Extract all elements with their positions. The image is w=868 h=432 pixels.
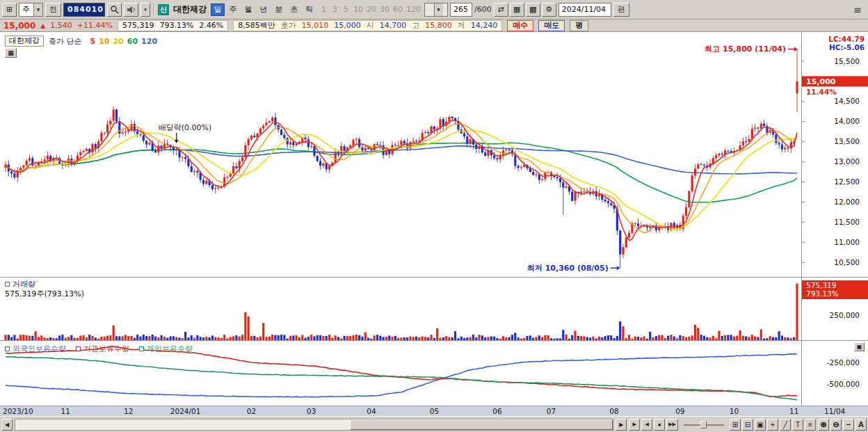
stock-chart[interactable]: 15,50015,00014,50014,00013,50013,00012,5… <box>0 32 868 406</box>
step-back-button[interactable]: ◀ <box>641 419 652 431</box>
interval-button-5[interactable]: 30 <box>378 3 391 16</box>
svg-text:최저 10,360 (08/05): 최저 10,360 (08/05) <box>527 264 609 273</box>
collapse-icon[interactable]: − <box>843 419 854 431</box>
timeframe-button-3[interactable]: 년 <box>257 3 271 16</box>
trendline-icon[interactable]: ╱ <box>780 419 791 431</box>
open-price: 14,700 <box>380 21 407 30</box>
scrollbar-thumb[interactable] <box>350 419 613 430</box>
xaxis-label: 04 <box>367 407 376 415</box>
interval-button-4[interactable]: 20 <box>365 3 378 16</box>
zoom-in-icon[interactable]: ⊕ <box>818 419 829 431</box>
xaxis-label: 03 <box>307 407 316 415</box>
text-tool-icon[interactable]: T <box>792 419 803 431</box>
menu-icon[interactable]: ≡ <box>849 4 866 15</box>
change-percent: +11.44% <box>77 21 113 30</box>
svg-text:-250,000: -250,000 <box>827 358 860 367</box>
svg-text:최고 15,800 (11/04): 최고 15,800 (11/04) <box>705 45 786 54</box>
chevron-down-icon[interactable]: ▼ <box>434 3 443 16</box>
last-price: 15,000 <box>3 21 35 31</box>
stock-code-input[interactable]: 084010 <box>63 3 105 17</box>
bar-count-input[interactable]: 265 <box>450 3 472 17</box>
chart-grid-button[interactable]: ▦ <box>5 48 17 58</box>
up-arrow-icon: ▲ <box>40 22 45 29</box>
interval-button-7[interactable]: 120 <box>405 3 422 16</box>
svg-text:15,000: 15,000 <box>806 77 836 86</box>
svg-text:13,000: 13,000 <box>834 157 860 166</box>
period-combo[interactable]: 주 ▼ <box>19 3 43 17</box>
volume-value: 575,319 <box>122 21 154 30</box>
pyeon-button[interactable]: 편 <box>613 3 629 17</box>
svg-text:11,500: 11,500 <box>834 218 860 226</box>
interval-button-0[interactable]: 1 <box>319 3 329 16</box>
zoom-out-icon[interactable]: ⊖ <box>830 419 842 431</box>
auto-scale-button[interactable]: A <box>855 419 867 431</box>
interval-button-3[interactable]: 10 <box>352 3 364 16</box>
search-icon[interactable] <box>107 3 122 17</box>
chart-scrollbar[interactable] <box>15 419 613 431</box>
timeframe-button-4[interactable]: 분 <box>272 3 286 16</box>
svg-text:14,000: 14,000 <box>834 117 860 125</box>
xaxis-label: 2023/10 <box>3 407 33 415</box>
play-button[interactable]: ▶ <box>629 419 640 431</box>
timeframe-button-2[interactable]: 월 <box>241 3 255 16</box>
slider-thumb[interactable] <box>700 421 707 429</box>
buy-button[interactable]: 매수 <box>507 20 533 31</box>
settings-icon[interactable]: ⚙ <box>542 3 556 17</box>
svg-text:575,319: 575,319 <box>806 281 836 289</box>
high-price: 15,800 <box>425 21 452 30</box>
speaker-dropdown-icon[interactable]: ▼ <box>140 3 150 17</box>
speaker-icon[interactable] <box>124 3 138 17</box>
avg-button[interactable]: 평 <box>570 20 588 31</box>
turnover-ratio: 2.46% <box>199 21 223 30</box>
interval-buttons: 13510203060120 <box>319 3 422 16</box>
toolbar-icon-group: ⇄▦▩⚙ <box>494 3 556 17</box>
timeframe-button-1[interactable]: 주 <box>226 3 240 16</box>
date-input[interactable]: 2024/11/04 <box>558 3 611 17</box>
xaxis-label: 2024/01 <box>170 407 201 415</box>
last-date-label: 11/04 <box>824 407 845 415</box>
sell-button[interactable]: 매도 <box>538 20 565 31</box>
grid-tool-icon[interactable]: ⊞ <box>730 419 741 431</box>
playback-controls: ▶◀■▶▶ <box>629 419 678 431</box>
region-tool-icon[interactable]: ▣ <box>755 419 766 431</box>
save-icon[interactable]: ▩ <box>526 3 540 17</box>
market-badge: 신 <box>158 4 169 15</box>
svg-text:10,500: 10,500 <box>834 258 860 266</box>
interval-button-1[interactable]: 3 <box>330 3 340 16</box>
compare-icon[interactable]: ⇄ <box>494 3 508 17</box>
svg-text:12,000: 12,000 <box>834 198 860 206</box>
xaxis-label: 11 <box>61 407 70 415</box>
scroll-left-button[interactable]: ◀ <box>1 419 13 431</box>
chart-style-icon[interactable]: ▦ <box>510 3 524 17</box>
low-label: 저 <box>458 20 465 31</box>
bar-width-slider[interactable] <box>682 419 725 431</box>
timeframe-buttons: 일주월년분초틱 <box>211 3 316 16</box>
svg-text:11,000: 11,000 <box>834 238 860 246</box>
interval-button-6[interactable]: 60 <box>392 3 404 16</box>
chevron-down-icon[interactable]: ▼ <box>33 3 42 16</box>
chart-area[interactable]: 15,50015,00014,50014,00013,50013,00012,5… <box>0 32 868 406</box>
volume-ratio: 793.13% <box>159 21 193 30</box>
interval-button-2[interactable]: 5 <box>341 3 351 16</box>
timeframe-button-6[interactable]: 틱 <box>303 3 316 16</box>
xaxis-label: 05 <box>430 407 439 415</box>
crosshair-icon[interactable]: + <box>767 419 778 431</box>
interval-combo[interactable]: ▼ <box>424 3 448 17</box>
volume-summary: 575,319 793.13% 2.46% <box>118 20 228 31</box>
pane-tool-icon[interactable]: ⊟ <box>742 419 753 431</box>
zoom-controls: ⊕⊖−A <box>818 419 867 431</box>
chart-window-icon[interactable]: ⊞ <box>2 3 17 17</box>
xaxis-label: 08 <box>609 407 618 415</box>
timeframe-button-5[interactable]: 초 <box>287 3 301 16</box>
pane-restore-icon[interactable]: ▣ <box>854 342 865 351</box>
xaxis-label: 06 <box>492 407 501 415</box>
stop-button[interactable]: ■ <box>654 419 665 431</box>
xaxis-label: 09 <box>675 407 684 415</box>
fast-forward-button[interactable]: ▶▶ <box>666 419 678 431</box>
scroll-right-button[interactable]: ▶ <box>616 419 627 431</box>
jeon-button[interactable]: 전 <box>45 3 61 17</box>
indicator-tool-icon[interactable]: ≡ <box>805 419 816 431</box>
stock-name[interactable]: 대한제강 <box>171 3 209 15</box>
timeframe-button-0[interactable]: 일 <box>211 3 225 16</box>
main-toolbar: ⊞ 주 ▼ 전 084010 ▼ 신 대한제강 일주월년분초틱 13510203… <box>0 0 868 19</box>
